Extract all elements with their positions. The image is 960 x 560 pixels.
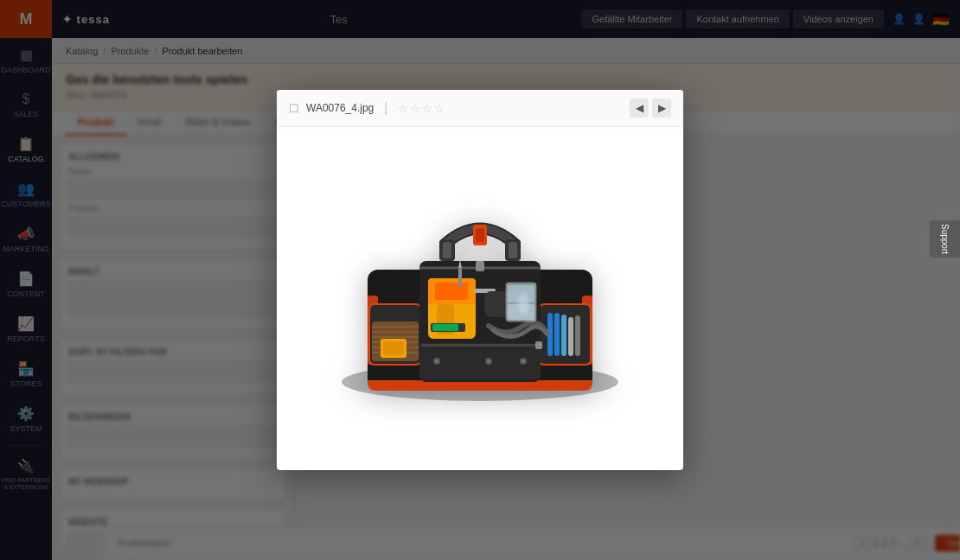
svg-rect-53 — [458, 268, 462, 287]
svg-rect-43 — [509, 242, 517, 258]
svg-point-52 — [522, 360, 525, 363]
svg-rect-27 — [435, 283, 468, 300]
svg-point-48 — [435, 360, 438, 363]
svg-rect-45 — [476, 228, 484, 242]
svg-rect-15 — [383, 341, 404, 355]
modal-prev-btn[interactable]: ◀ — [630, 99, 649, 118]
star-rating[interactable]: ☆ ☆ ☆ ☆ — [398, 102, 445, 115]
modal-overlay[interactable]: ☐ WA0076_4.jpg | ☆ ☆ ☆ ☆ ◀ ▶ — [0, 0, 960, 560]
support-button[interactable]: Support — [930, 220, 960, 258]
svg-rect-56 — [535, 341, 542, 349]
star-3[interactable]: ☆ — [422, 102, 432, 115]
star-4[interactable]: ☆ — [434, 102, 445, 115]
modal-image-area — [277, 127, 683, 455]
image-preview-modal: ☐ WA0076_4.jpg | ☆ ☆ ☆ ☆ ◀ ▶ — [277, 90, 683, 470]
svg-point-50 — [487, 360, 490, 363]
file-icon: ☐ — [289, 102, 299, 115]
star-1[interactable]: ☆ — [398, 102, 408, 115]
svg-rect-31 — [432, 324, 458, 331]
svg-rect-36 — [508, 285, 534, 302]
svg-rect-21 — [575, 315, 580, 356]
modal-filename: WA0076_4.jpg — [306, 102, 374, 114]
modal-header: ☐ WA0076_4.jpg | ☆ ☆ ☆ ☆ ◀ ▶ — [277, 90, 683, 127]
tool-bag-svg — [316, 157, 644, 425]
svg-rect-19 — [561, 315, 566, 356]
svg-rect-20 — [568, 317, 573, 356]
svg-rect-18 — [554, 313, 560, 356]
svg-rect-24 — [476, 261, 484, 271]
svg-rect-41 — [443, 242, 451, 258]
svg-rect-55 — [421, 344, 539, 347]
svg-rect-37 — [508, 304, 534, 320]
modal-next-btn[interactable]: ▶ — [652, 99, 671, 118]
star-2[interactable]: ☆ — [410, 102, 420, 115]
modal-nav: ◀ ▶ — [630, 99, 671, 118]
modal-separator: | — [384, 100, 387, 116]
